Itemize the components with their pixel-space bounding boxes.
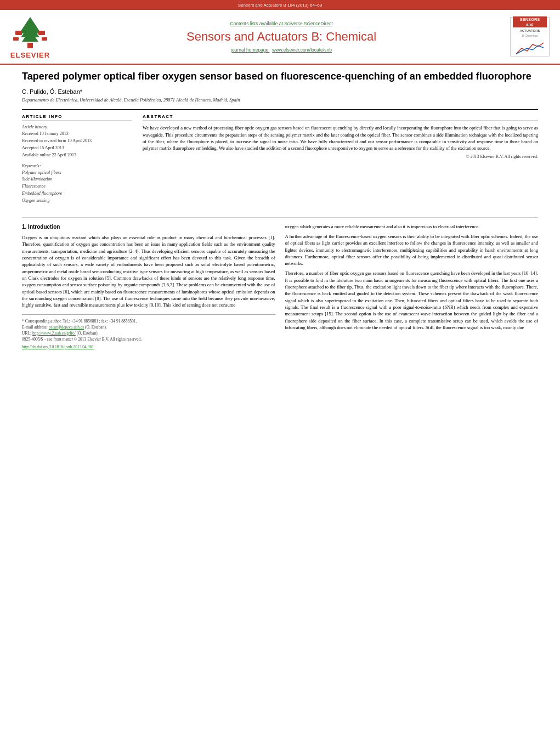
sensors-logo-top-text: SENSORSand [513,16,547,27]
journal-homepage: journal homepage: www.elsevier.com/locat… [231,47,332,53]
body-para-right-3: Therefore, a number of fiber optic oxyge… [285,270,539,331]
section-divider [22,217,538,218]
abstract-text: We have developed a new method of proces… [143,125,538,151]
page: Sensors and Actuators B 184 (2013) 64–69… [0,0,560,741]
sensors-logo-box: SENSORSand ACTUATORS B Chemical [510,17,550,56]
email-link[interactable]: oscar@depeca.uah.es [49,325,84,330]
elsevier-tree-icon [11,14,49,50]
doi-line[interactable]: http://dx.doi.org/10.1016/j.snb.2013.04.… [22,344,275,350]
journal-header: ELSEVIER Contents lists available at Sci… [0,10,560,65]
url-label: URL: [22,331,31,336]
sensors-actuators-logo: SENSORSand ACTUATORS B Chemical [508,14,552,59]
sensors-chart-icon [516,40,544,55]
affiliation: Departamento de Electrónica, Universidad… [22,97,538,103]
section1-heading: 1. Introduction [22,223,275,231]
article-info: ARTICLE INFO Article history: Received 1… [22,114,132,208]
journal-reference-text: Sensors and Actuators B 184 (2013) 64–69 [238,3,322,8]
article-content: Tapered polymer optical fiber oxygen sen… [0,65,560,355]
email-label: E-mail address: [22,325,48,330]
article-info-title: ARTICLE INFO [22,114,132,121]
elsevier-logo: ELSEVIER [5,14,55,59]
elsevier-label: ELSEVIER [10,51,50,59]
body-col-right: oxygen which generates a more reliable m… [285,223,539,350]
contents-text: Contents lists available at [230,21,282,26]
authors-text: C. Pulido, Ó. Esteban* [22,88,82,95]
svg-rect-7 [42,37,47,41]
article-history: Article history: Received 10 January 201… [22,125,132,159]
sensors-logo-mid-text: ACTUATORS B Chemical [516,29,544,56]
body-para-1: Oxygen is an ubiquitous reactant which a… [22,234,275,308]
accepted-date: Accepted 15 April 2013 [22,145,132,152]
body-col-left: 1. Introduction Oxygen is an ubiquitous … [22,223,275,350]
email-person: (Ó. Esteban). [85,325,107,330]
authors: C. Pulido, Ó. Esteban* [22,88,538,95]
article-keywords-section: Keywords: Polymer optical fibersSide-ill… [22,163,132,205]
journal-title-area: Contents lists available at SciVerse Sci… [60,14,502,59]
body-para-right-2: A further advantage of the fluorescence-… [285,233,539,267]
online-date: Available online 22 April 2013 [22,152,132,159]
article-meta-section: ARTICLE INFO Article history: Received 1… [22,109,538,208]
keywords-list: Polymer optical fibersSide-illuminationF… [22,169,132,205]
svg-rect-6 [13,37,19,41]
url-link[interactable]: http://www.2.uah.es/grifo/ [32,331,76,336]
abstract-title: ABSTRACT [143,114,538,121]
article-dates: Received 10 January 2013 Received in rev… [22,131,132,159]
contents-line: Contents lists available at SciVerse Sci… [230,21,332,26]
received-date: Received 10 January 2013 [22,131,132,138]
body-two-col: 1. Introduction Oxygen is an ubiquitous … [22,223,538,350]
journal-reference-band: Sensors and Actuators B 184 (2013) 64–69 [0,0,560,10]
svg-rect-5 [38,31,45,35]
body-para-right-1: oxygen which generates a more reliable m… [285,223,539,230]
abstract-section: ABSTRACT We have developed a new method … [143,114,538,208]
sciverse-link[interactable]: SciVerse ScienceDirect [284,21,332,26]
keywords-label: Keywords: [22,163,132,168]
email-note: E-mail address: oscar@depeca.uah.es (Ó. … [22,324,275,330]
corresponding-note: * Corresponding author. Tel.: +34 91 885… [22,318,275,324]
homepage-label: journal homepage: [231,47,269,53]
issn-line: 0925-4005/$ – see front matter © 2013 El… [22,336,275,342]
revised-date: Received in revised form 10 April 2013 [22,138,132,145]
svg-rect-4 [15,31,22,35]
article-history-label: Article history: [22,125,132,129]
article-title: Tapered polymer optical fiber oxygen sen… [22,70,538,83]
svg-rect-0 [27,43,33,48]
copyright-line: © 2013 Elsevier B.V. All rights reserved… [143,154,538,159]
journal-main-title: Sensors and Actuators B: Chemical [186,30,376,44]
url-note: URL: http://www.2.uah.es/grifo/ (Ó. Este… [22,330,275,336]
homepage-url[interactable]: www.elsevier.com/locate/snb [272,47,332,53]
url-person: (Ó. Esteban). [77,331,99,336]
footnote-area: * Corresponding author. Tel.: +34 91 885… [22,314,275,350]
